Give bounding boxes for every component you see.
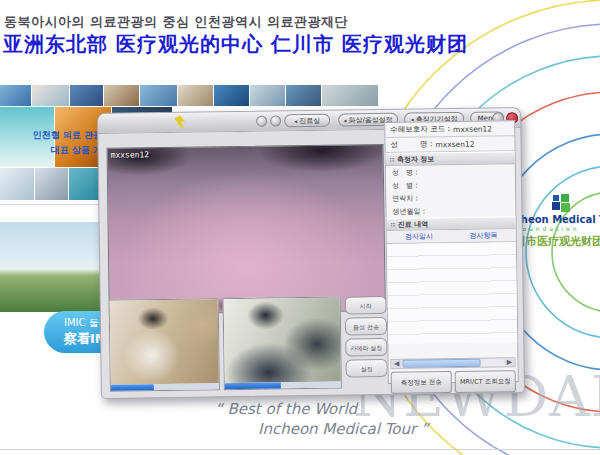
titlebar-round-button-1[interactable]: [256, 116, 267, 127]
video-progress-track[interactable]: [225, 382, 341, 390]
header-chinese: 亚洲东北部 医疗观光的中心 仁川市 医疗观光财团: [3, 31, 468, 58]
collage-photo: [178, 85, 213, 106]
logo-squares-icon: [552, 194, 572, 212]
telemedicine-window: ◂ 진료실 ◂ 화상/음성설정 ◂ 측정기기설정 Menu mxxsen12: [97, 107, 525, 399]
collage-photo: [286, 85, 321, 106]
pill-icon: ◂: [294, 117, 297, 124]
beneficiary-code-value: mxxsen12: [453, 124, 492, 134]
patient-video-image: [224, 298, 341, 384]
panel-actions: 측정정보 전송 MRI/CT 조회요청: [391, 370, 516, 383]
scrollbar-thumb[interactable]: [402, 359, 480, 368]
collage-photo: [35, 168, 68, 200]
collage-photo: [0, 168, 34, 200]
slogan-line1: “ Best of the World: [215, 400, 357, 418]
beneficiary-code-label: 수혜보호자 코드 :: [390, 124, 450, 135]
pill-icon: ◂: [343, 116, 346, 123]
scroll-left-icon[interactable]: ◀: [392, 360, 402, 368]
scroll-right-icon[interactable]: ▶: [504, 358, 514, 366]
collage-photo: [32, 85, 69, 106]
column-exam-item: 검사항목: [451, 229, 516, 242]
audio-send-button[interactable]: 음성 전송: [345, 317, 387, 336]
name-value: mxxsen12: [435, 139, 474, 149]
video-progress-fill: [225, 382, 281, 389]
send-measurement-button[interactable]: 측정정보 전송: [391, 371, 452, 394]
section-icon: ∷: [390, 156, 394, 163]
camera-user-id: mxxsen12: [111, 150, 150, 160]
collage-photo: [69, 168, 101, 200]
settings-button[interactable]: 설정: [345, 359, 387, 378]
page: 동북아시아의 의료관광의 중심 인천광역시 의료관광재단 亚洲东北部 医疗观光的…: [0, 0, 600, 455]
mascot-icon: [174, 116, 185, 129]
consult-room-button[interactable]: ◂ 진료실: [284, 114, 330, 128]
name-label-b: 명 :: [420, 139, 433, 149]
camera-settings-button[interactable]: 카메라 설정: [345, 338, 387, 357]
collage-photo: [104, 85, 139, 106]
start-button[interactable]: 시작: [345, 296, 387, 315]
history-table-body: [387, 242, 517, 344]
bottom-divider: [0, 449, 600, 450]
patient-info-panel: 수혜보호자 코드 : mxxsen12 성 명 : mxxsen12 ∷ 측정자…: [384, 120, 519, 384]
logo-subtitle: Foundation: [516, 225, 600, 232]
video-progress-track[interactable]: [111, 383, 219, 391]
slogan-line2: Incheon Medical Tour ”: [258, 420, 429, 438]
section-icon: ∷: [391, 221, 395, 228]
collage-photo: [322, 85, 378, 106]
column-exam-date: 검사일시: [387, 230, 452, 243]
video-progress-fill: [111, 384, 154, 391]
patient-video-feed: [223, 297, 342, 391]
video-controls: 시작 음성 전송 카메라 설정 설정: [345, 296, 388, 381]
collage-photo: [214, 85, 249, 106]
collage-caption: 인천형 의료 관광 대표 상품 개: [20, 128, 102, 158]
collage-photo: [250, 85, 285, 106]
header-korean: 동북아시아의 의료관광의 중심 인천광역시 의료관광재단: [4, 13, 348, 31]
collage-photo: [70, 85, 103, 106]
collage-photo: [140, 85, 177, 106]
collage-photo: [0, 85, 31, 106]
doctor-video-image: [110, 299, 219, 384]
name-label-a: 성: [390, 140, 398, 150]
titlebar-round-button-2[interactable]: [270, 115, 281, 126]
doctor-video-feed: [109, 298, 220, 392]
mri-ct-request-button[interactable]: MRI/CT 조회요청: [455, 370, 516, 393]
main-camera-feed: mxxsen12: [107, 144, 386, 315]
horizontal-scrollbar[interactable]: ◀ ▶: [390, 357, 515, 369]
